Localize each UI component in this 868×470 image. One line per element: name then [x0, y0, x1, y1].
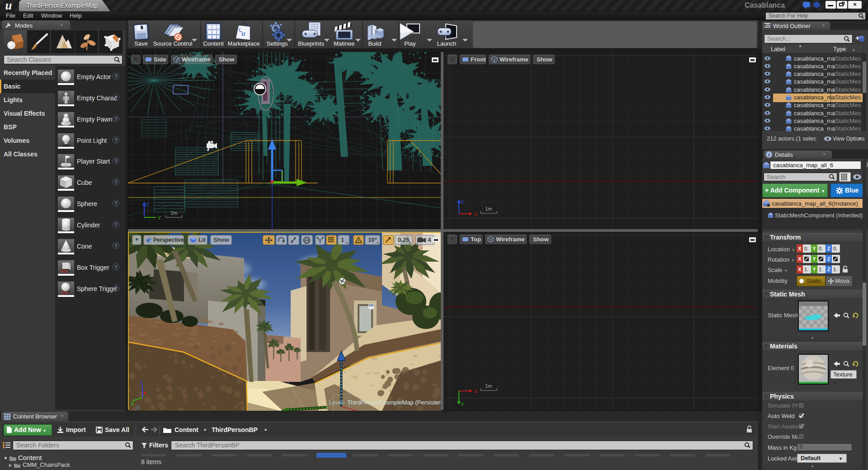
svg-text:Z: Z	[140, 380, 143, 385]
svg-text:X: X	[474, 389, 478, 394]
svg-text:Y: Y	[158, 215, 161, 221]
svg-text:1m: 1m	[170, 210, 177, 216]
svg-text:Z: Z	[461, 199, 464, 205]
svg-text:1m: 1m	[485, 206, 492, 212]
svg-text:Y: Y	[131, 401, 134, 407]
svg-text:Level:: Level:	[329, 399, 345, 406]
svg-text:X: X	[474, 212, 478, 217]
svg-text:ThirdPersonExampleMap (Persist: ThirdPersonExampleMap (Persistent)	[347, 399, 442, 406]
svg-text:u: u	[241, 29, 246, 38]
svg-text:Y: Y	[461, 402, 464, 407]
svg-text:1m: 1m	[485, 383, 492, 389]
svg-text:Z: Z	[146, 202, 149, 207]
svg-text:?: ?	[137, 406, 139, 410]
